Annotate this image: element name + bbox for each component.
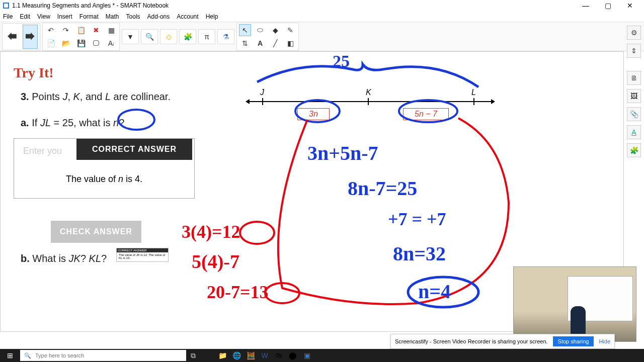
menu-edit[interactable]: Edit — [20, 13, 30, 20]
store-icon[interactable]: 🛍 — [272, 349, 286, 362]
table-button[interactable]: ▦ — [105, 24, 117, 36]
svg-text:+7 = +7: +7 = +7 — [388, 209, 446, 229]
svg-text:8n-7=25: 8n-7=25 — [348, 177, 417, 200]
hide-notification-button[interactable]: Hide — [599, 338, 610, 344]
svg-text:3(4)=12: 3(4)=12 — [182, 222, 240, 242]
line-tool[interactable]: ╱ — [269, 37, 281, 49]
paste-button[interactable]: 📋 — [75, 24, 87, 36]
expr-5n-7: 5n − 7 — [403, 108, 449, 120]
undo-button[interactable]: ↶ — [45, 24, 57, 36]
svg-point-14 — [265, 283, 299, 303]
check-answer-button[interactable]: CHECK ANSWER — [51, 221, 141, 243]
lab-button[interactable]: ⚗ — [220, 31, 232, 43]
addon-button[interactable]: 🧩 — [182, 31, 194, 43]
tooltip-body: The value of JK is 12. The value of KL i… — [119, 253, 166, 259]
svg-text:8n=32: 8n=32 — [393, 242, 446, 265]
svg-point-9 — [408, 277, 478, 307]
text-format-button[interactable]: Aᵢ — [105, 37, 117, 49]
chrome-icon[interactable]: ⬤ — [286, 349, 300, 362]
delete-button[interactable]: ✖ — [90, 24, 102, 36]
save-button[interactable]: 💾 — [75, 37, 87, 49]
highlighter-tool[interactable]: ✎ — [284, 24, 296, 36]
toolbar: 🡄 🡆 ↶ ↷ 📋 ✖ ▦ 📄 📂 💾 🖵 Aᵢ ▼ 🔍 ◇ 🧩 π — [0, 22, 644, 51]
svg-text:3n+5n-7: 3n+5n-7 — [307, 142, 378, 164]
ruler-tool[interactable]: ⇅ — [239, 37, 251, 49]
menu-tools[interactable]: Tools — [126, 13, 140, 20]
search-icon: 🔍 — [24, 352, 31, 359]
start-button[interactable]: ⊞ — [0, 349, 20, 362]
svg-text:20-7=13: 20-7=13 — [207, 282, 269, 302]
menu-account[interactable]: Account — [177, 13, 198, 20]
text-tool[interactable]: A — [254, 37, 266, 49]
word-icon[interactable]: W — [258, 349, 272, 362]
calculator-icon[interactable]: 🧮 — [244, 349, 258, 362]
preview-button[interactable]: 🔍 — [143, 31, 155, 43]
point-k-label: K — [366, 88, 371, 97]
svg-text:5(4)-7: 5(4)-7 — [192, 251, 239, 273]
answer-value-text: The value of n is 4. — [14, 174, 194, 185]
prev-page-button[interactable]: 🡄 — [5, 25, 20, 49]
close-button[interactable]: ✕ — [619, 2, 641, 10]
app-icon — [3, 3, 9, 9]
question-3: 3. Points J, K, and L are collinear. — [21, 91, 171, 103]
edge-icon[interactable]: 🌐 — [229, 349, 244, 362]
next-page-button[interactable]: 🡆 — [23, 25, 38, 49]
answer-box: Enter you CORRECT ANSWER The value of n … — [14, 138, 195, 199]
spacer-button[interactable]: ▼ — [124, 31, 136, 43]
svg-text:25: 25 — [333, 52, 350, 70]
menu-help[interactable]: Help — [206, 13, 218, 20]
tooltip-header: CORRECT ANSWER — [117, 248, 168, 252]
settings-icon[interactable]: ⚙ — [627, 26, 641, 40]
search-placeholder: Type here to search — [35, 352, 84, 358]
addons-tab[interactable]: 🧩 — [627, 143, 641, 157]
file-explorer-icon[interactable]: 📁 — [215, 349, 229, 362]
properties-tab[interactable]: A — [627, 125, 641, 139]
try-it-heading: Try It! — [14, 65, 54, 81]
stop-sharing-button[interactable]: Stop sharing — [553, 336, 594, 346]
pen-tool[interactable]: ⬭ — [254, 24, 266, 36]
window-titlebar: 1.1 Measuring Segments and Angles * - SM… — [0, 0, 644, 11]
select-tool[interactable]: ↖ — [239, 24, 251, 36]
menu-insert[interactable]: Insert — [57, 13, 72, 20]
menu-file[interactable]: File — [3, 13, 13, 20]
svg-point-11 — [240, 222, 274, 244]
screenshare-notification: Screencastify - Screen Video Recorder is… — [390, 334, 615, 349]
expr-3n: 3n — [297, 108, 330, 120]
open-button[interactable]: 📂 — [60, 37, 72, 49]
gallery-tab[interactable]: 🖼 — [627, 89, 641, 103]
question-3b: b. What is JK? KL? — [21, 253, 107, 264]
webcam-preview[interactable] — [513, 266, 636, 342]
taskbar: ⊞ 🔍 Type here to search ⧉ 📁 🌐 🧮 W 🛍 ⬤ ▣ — [0, 349, 644, 362]
attachments-tab[interactable]: 📎 — [627, 107, 641, 121]
menu-math[interactable]: Math — [106, 13, 119, 20]
maximize-button[interactable]: ▢ — [597, 2, 619, 10]
question-3a: a. If JL = 25, what is n? — [21, 117, 124, 129]
page-sorter-tab[interactable]: 🗎 — [627, 71, 641, 85]
answer-tooltip: CORRECT ANSWER The value of JK is 12. Th… — [116, 248, 169, 262]
window-title: 1.1 Measuring Segments and Angles * - SM… — [12, 2, 575, 9]
smart-notebook-icon[interactable]: ▣ — [300, 349, 314, 362]
point-j-label: J — [260, 88, 264, 97]
expand-icon[interactable]: ⇕ — [627, 44, 641, 58]
svg-text:n=4: n=4 — [418, 280, 451, 303]
redo-button[interactable]: ↷ — [60, 24, 72, 36]
math-pi-button[interactable]: π — [201, 31, 213, 43]
new-page-button[interactable]: 📄 — [45, 37, 57, 49]
menu-view[interactable]: View — [37, 13, 50, 20]
taskbar-search[interactable]: 🔍 Type here to search — [20, 350, 186, 361]
task-view-icon[interactable]: ⧉ — [186, 349, 200, 362]
correct-answer-button[interactable]: CORRECT ANSWER — [76, 139, 192, 160]
creative-pen-tool[interactable]: ◆ — [269, 24, 281, 36]
eraser-tool[interactable]: ◧ — [284, 37, 296, 49]
menubar: File Edit View Insert Format Math Tools … — [0, 11, 644, 22]
response-button[interactable]: ◇ — [163, 31, 175, 43]
notification-text: Screencastify - Screen Video Recorder is… — [395, 338, 548, 344]
minimize-button[interactable]: — — [575, 2, 597, 10]
point-l-label: L — [471, 88, 476, 97]
menu-addons[interactable]: Add-ons — [147, 13, 170, 20]
menu-format[interactable]: Format — [79, 13, 99, 20]
screen-shade-button[interactable]: 🖵 — [90, 37, 102, 49]
